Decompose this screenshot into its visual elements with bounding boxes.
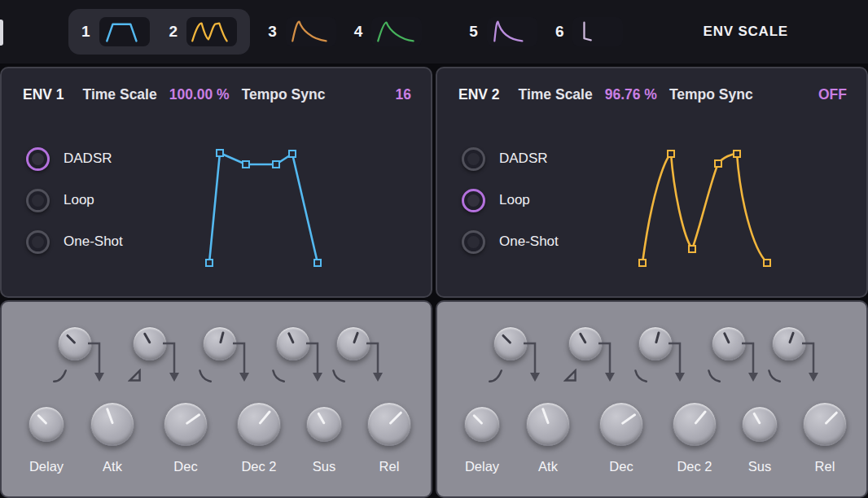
- mod-route-arrow-icon: [87, 337, 108, 386]
- decay-knob[interactable]: [164, 402, 208, 446]
- radio-icon[interactable]: [462, 147, 485, 171]
- env-5-thumbnail-icon: [487, 17, 537, 46]
- decay-knob-label: Dec: [173, 459, 197, 474]
- env-tab-1-number: 1: [81, 23, 90, 41]
- mode-dadsr[interactable]: DADSR: [462, 146, 559, 171]
- curve-shape-icon: [633, 369, 648, 383]
- env2-panel: ENV 2 Time Scale 96.76 % Tempo Sync OFF …: [436, 67, 868, 498]
- delay-knob-label: Delay: [465, 459, 499, 474]
- env2-editor-card: ENV 2 Time Scale 96.76 % Tempo Sync OFF …: [436, 67, 868, 298]
- env1-panel: ENV 1 Time Scale 100.00 % Tempo Sync 16 …: [0, 67, 432, 498]
- active-env-tab-group: 1 2: [68, 9, 250, 55]
- delay-knob[interactable]: [464, 406, 500, 442]
- env-tab-4-number: 4: [354, 23, 363, 41]
- env1-curve-display[interactable]: [193, 138, 348, 278]
- env-tab-5[interactable]: 5: [469, 17, 537, 46]
- env-tab-bar: 1 2 3 4 5 6: [0, 0, 868, 63]
- mode-one-shot[interactable]: One-Shot: [26, 229, 123, 254]
- env-2-thumbnail-icon: [186, 17, 237, 46]
- mode-dadsr[interactable]: DADSR: [26, 146, 123, 171]
- radio-icon[interactable]: [462, 189, 485, 212]
- env2-header: ENV 2 Time Scale 96.76 % Tempo Sync OFF: [437, 68, 866, 103]
- env-3-thumbnail-icon: [286, 17, 336, 46]
- attack-knob[interactable]: [526, 402, 570, 446]
- mode-loop-label: Loop: [499, 192, 530, 208]
- release-knob[interactable]: [367, 402, 411, 446]
- decay2-knob-label: Dec 2: [677, 459, 712, 474]
- curve-shape-icon: [767, 369, 782, 383]
- delay-knob[interactable]: [28, 406, 64, 442]
- curve-shape-icon: [563, 369, 578, 383]
- release-knob-label: Rel: [379, 459, 400, 474]
- mod-route-arrow-icon: [598, 337, 619, 386]
- tempo-sync-label: Tempo Sync: [242, 86, 326, 103]
- env-tab-2-number: 2: [169, 23, 178, 41]
- env1-title: ENV 1: [23, 86, 64, 103]
- env-tab-6[interactable]: 6: [555, 17, 624, 46]
- sustain-knob[interactable]: [306, 406, 342, 442]
- curve-shape-icon: [489, 369, 503, 383]
- time-scale-label: Time Scale: [519, 86, 593, 103]
- curve-shape-icon: [128, 369, 142, 383]
- attack-knob[interactable]: [90, 402, 134, 446]
- curve-shape-icon: [271, 369, 286, 383]
- env-tab-1[interactable]: 1: [81, 17, 150, 46]
- sustain-knob[interactable]: [742, 406, 778, 442]
- env-tab-2[interactable]: 2: [169, 17, 238, 46]
- env-tab-strip: 1 2 3 4 5 6: [0, 9, 868, 55]
- env-6-thumbnail-icon: [572, 17, 623, 46]
- release-knob-label: Rel: [815, 459, 835, 474]
- mode-one-shot[interactable]: One-Shot: [462, 229, 559, 254]
- tempo-sync-value[interactable]: 16: [396, 86, 411, 103]
- mode-dadsr-label: DADSR: [64, 151, 112, 167]
- left-edge-handle[interactable]: [0, 20, 3, 46]
- env-tab-4[interactable]: 4: [354, 17, 423, 46]
- sustain-knob-label: Sus: [748, 459, 771, 474]
- decay-knob[interactable]: [599, 402, 643, 446]
- time-scale-value[interactable]: 96.76 %: [605, 86, 657, 103]
- mod-route-arrow-icon: [366, 337, 387, 386]
- env1-mode-selector: DADSR Loop One-Shot: [26, 146, 123, 254]
- radio-icon[interactable]: [26, 147, 50, 171]
- radio-icon[interactable]: [462, 230, 485, 254]
- mode-loop[interactable]: Loop: [462, 188, 559, 212]
- time-scale-value[interactable]: 100.00 %: [169, 86, 230, 103]
- env-scale-control[interactable]: ENV SCALE: [704, 24, 789, 40]
- radio-icon[interactable]: [26, 230, 50, 254]
- env1-editor-card: ENV 1 Time Scale 100.00 % Tempo Sync 16 …: [0, 67, 432, 298]
- env-tab-3[interactable]: 3: [268, 17, 336, 46]
- mod-route-arrow-icon: [523, 337, 544, 386]
- tempo-sync-value[interactable]: OFF: [818, 86, 847, 103]
- decay2-knob[interactable]: [237, 402, 281, 446]
- decay2-knob[interactable]: [673, 402, 717, 446]
- env2-title: ENV 2: [458, 86, 500, 103]
- release-knob[interactable]: [803, 402, 847, 446]
- mode-one-shot-label: One-Shot: [499, 234, 559, 250]
- env-tab-3-number: 3: [268, 23, 277, 41]
- mod-route-arrow-icon: [305, 337, 327, 386]
- mod-route-arrow-icon: [162, 337, 183, 386]
- decay-knob-label: Dec: [609, 459, 633, 474]
- synth-envelope-editor: 1 2 3 4 5 6: [0, 0, 868, 498]
- env-4-thumbnail-icon: [371, 17, 422, 46]
- tempo-sync-label: Tempo Sync: [669, 86, 753, 103]
- mode-loop[interactable]: Loop: [26, 188, 123, 212]
- mode-one-shot-label: One-Shot: [64, 234, 123, 250]
- curve-shape-icon: [707, 369, 721, 383]
- env2-curve-display[interactable]: [629, 138, 783, 278]
- env2-mode-selector: DADSR Loop One-Shot: [462, 146, 559, 254]
- mod-route-arrow-icon: [668, 337, 689, 386]
- decay2-knob-label: Dec 2: [241, 459, 276, 474]
- env1-knob-panel: Delay Atk Dec Dec 2 Sus Rel: [0, 300, 432, 498]
- env1-header: ENV 1 Time Scale 100.00 % Tempo Sync 16: [2, 68, 431, 103]
- mode-loop-label: Loop: [64, 192, 94, 208]
- curve-shape-icon: [198, 369, 213, 383]
- radio-icon[interactable]: [26, 189, 50, 212]
- mod-route-arrow-icon: [801, 337, 822, 386]
- mod-route-arrow-icon: [232, 337, 253, 386]
- time-scale-label: Time Scale: [83, 86, 157, 103]
- env-tab-5-number: 5: [469, 23, 478, 41]
- env-tab-6-number: 6: [555, 23, 564, 41]
- mod-route-arrow-icon: [741, 337, 762, 386]
- curve-shape-icon: [53, 369, 68, 383]
